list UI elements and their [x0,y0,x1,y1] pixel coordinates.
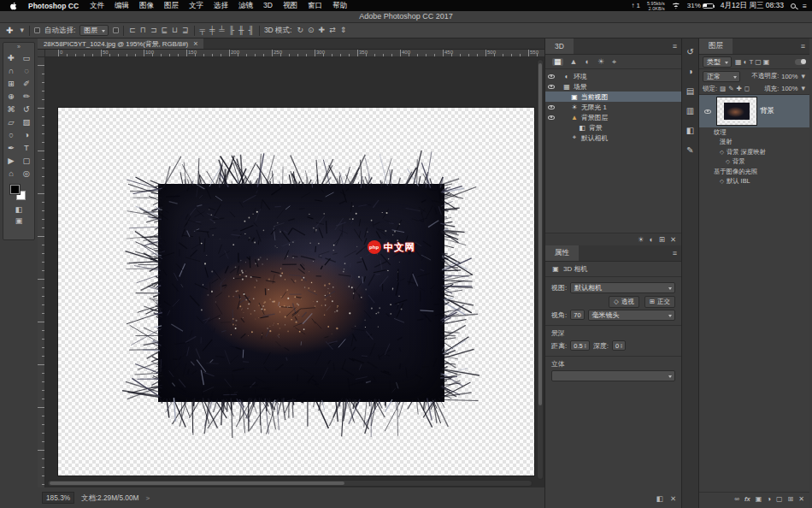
opacity-value[interactable]: 100% [781,73,797,80]
pan-3d-icon[interactable]: ✚ [318,27,327,34]
layer-filter-toggle[interactable] [795,59,806,65]
auto-select-target-select[interactable]: 图层 [79,25,109,36]
lock-transparency-icon[interactable]: ▨ [720,85,726,92]
all-filter-icon[interactable]: ⌖ [611,58,617,66]
horizontal-scrollbar[interactable] [47,480,533,487]
eyedropper-tool[interactable]: ✐ [19,77,34,90]
horizontal-scroll-thumb[interactable] [50,481,344,485]
app-menu[interactable]: Photoshop CC [22,2,85,10]
stepper-icon[interactable]: ▴▾ [621,343,622,349]
orthographic-button[interactable]: ⊞正交 [644,296,675,308]
menu-item[interactable]: 帮助 [327,1,352,11]
lasso-tool[interactable]: ∩ [3,64,19,77]
menu-item[interactable]: 图层 [159,1,184,11]
brush-tool[interactable]: ✏ [19,90,34,103]
align-bottom-icon[interactable]: ⊒ [181,27,190,34]
layer-subrow[interactable]: 漫射 [699,138,809,148]
zoom-tool[interactable]: ◎ [19,167,34,180]
align-top-icon[interactable]: ⊑ [160,27,168,34]
type-tool[interactable]: T [19,141,34,154]
menu-item[interactable]: 文件 [85,1,109,11]
distribute-middle-icon[interactable]: ╪ [209,27,215,34]
libraries-icon[interactable]: ▥ [686,106,694,115]
delete-item-icon[interactable]: ✕ [670,235,676,244]
filter-pixel-icon[interactable]: ▦ [735,58,742,66]
document-tab[interactable]: 28K58PIC5YT_1024.jpg @ 195%(背景, RGB/8#) … [38,38,203,49]
props-prev-icon[interactable]: ◧ [656,494,663,503]
3d-panel-menu-icon[interactable]: ≡ [668,38,681,54]
orbit-3d-icon[interactable]: ↻ [296,27,304,34]
visibility-toggle[interactable] [545,105,557,109]
layers-panel-menu-icon[interactable]: ≡ [797,38,809,54]
align-right-icon[interactable]: ⊐ [150,27,158,34]
3d-row-scene[interactable]: ▦场景 [545,81,681,92]
menu-item[interactable]: 滤镜 [233,1,258,11]
filter-smart-icon[interactable]: ▣ [763,58,770,66]
marquee-tool[interactable]: ▭ [19,51,34,64]
styles-icon[interactable]: ▤ [686,86,694,96]
stepper-icon[interactable]: ▴▾ [585,343,586,349]
layer-subrow[interactable]: 纹理 [699,127,809,138]
zoom-3d-icon[interactable]: ⇕ [339,27,348,34]
visibility-toggle[interactable] [545,115,557,120]
close-tab-icon[interactable]: × [193,39,197,48]
move-tool[interactable]: ✚ [3,51,19,64]
layer-subrow[interactable]: ◇默认 IBL [699,177,809,187]
stereo-select[interactable] [551,370,675,381]
menubar-clock[interactable]: 4月12日 周三 08:33 [721,1,784,11]
shape-tool[interactable]: ▢ [19,154,34,167]
lens-units-select[interactable]: 毫米镜头 [588,310,675,321]
spotlight-icon[interactable] [791,3,796,9]
new-layer-icon[interactable]: ⊞ [788,495,794,503]
vertical-scroll-thumb[interactable] [538,63,542,405]
layer-subrow[interactable]: ◇背景 [699,157,809,168]
menu-item[interactable]: 3D [258,1,278,11]
auto-select-checkbox[interactable] [34,27,40,33]
delete-layer-icon[interactable]: ✕ [798,495,804,503]
distribute-bottom-icon[interactable]: ╧ [218,27,225,34]
perspective-button[interactable]: ◇透视 [609,296,639,308]
filter-adjustment-icon[interactable]: ◐ [744,58,748,66]
lock-pixels-icon[interactable]: ✎ [728,85,733,92]
gradient-tool[interactable]: ▨ [19,115,34,128]
tab-properties[interactable]: 属性 [545,245,579,261]
fill-value[interactable]: 100% [781,85,797,92]
wifi-icon[interactable] [672,3,680,9]
menu-item[interactable]: 视图 [278,1,303,11]
depth-field[interactable]: 0▴▾ [612,340,626,351]
collapse-panel-icon[interactable]: » [3,43,34,50]
mesh-filter-icon[interactable]: ▲ [569,58,579,66]
history-icon[interactable]: ↺ [686,47,693,56]
layer-group-icon[interactable]: ▢ [776,495,783,503]
crop-tool[interactable]: ⊞ [3,77,19,90]
lock-all-icon[interactable]: ◻ [744,85,750,92]
3d-row-environment[interactable]: ◐环境 [545,71,681,81]
scene-filter-icon[interactable]: ▦ [552,58,563,66]
3d-row-background-mesh[interactable]: ▲背景图层 [545,112,681,122]
network-speed-indicator[interactable]: 5.95kb/s 2.0KB/s [647,1,665,11]
brush-settings-icon[interactable]: ✎ [686,145,693,155]
layer-subrow[interactable]: 基于图像的光照 [699,167,809,177]
layer-visibility-toggle[interactable] [702,109,714,114]
quick-select-tool[interactable]: ◌ [19,64,34,77]
opacity-dropdown-icon[interactable]: ▾ [800,73,806,80]
3d-row-default-camera[interactable]: ⌖默认相机 [545,133,681,143]
quick-mask-icon[interactable]: ◧ [15,205,23,214]
vertical-scrollbar[interactable] [537,59,544,480]
visibility-toggle[interactable] [545,85,557,89]
eraser-tool[interactable]: ▱ [3,115,19,128]
new-item-icon[interactable]: ⊞ [659,235,665,244]
tool-preset-dropdown-icon[interactable]: ▾ [19,27,25,34]
distance-field[interactable]: 0.5▴▾ [570,340,589,351]
apple-menu[interactable] [5,2,22,10]
menu-item[interactable]: 文字 [184,1,209,11]
dodge-tool[interactable]: ◑ [19,128,34,141]
visibility-toggle[interactable] [545,74,557,79]
filter-shape-icon[interactable]: ▢ [755,58,762,66]
pen-tool[interactable]: ✒ [3,141,19,154]
adjustment-layer-icon[interactable]: ◑ [767,495,771,503]
distribute-top-icon[interactable]: ╤ [199,27,206,34]
layer-mask-icon[interactable]: ▣ [756,495,762,503]
layer-subrow[interactable]: ◇背景 深度映射 [699,147,809,157]
show-transform-checkbox[interactable] [113,27,119,33]
